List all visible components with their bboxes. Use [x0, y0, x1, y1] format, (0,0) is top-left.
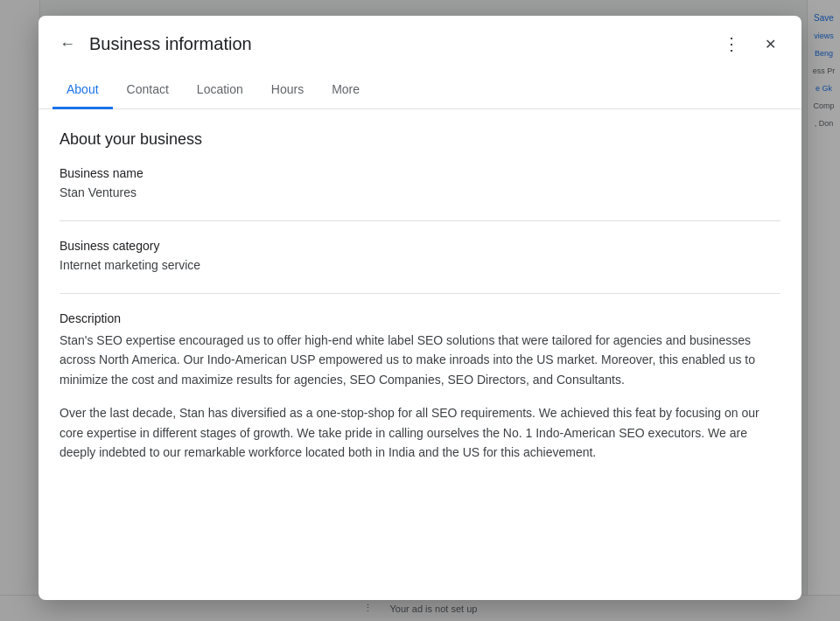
tab-location[interactable]: Location [183, 72, 257, 109]
modal-header: ← Business information ⋮ ✕ [38, 16, 802, 72]
section-title: About your business [60, 130, 780, 149]
description-group: Description Stan's SEO expertise encoura… [60, 311, 780, 462]
modal-body: About your business Business name Stan V… [38, 109, 802, 600]
header-actions: ⋮ ✕ [714, 26, 788, 61]
description-paragraph-1: Stan's SEO expertise encouraged us to of… [60, 331, 780, 389]
divider-1 [60, 220, 780, 221]
tab-more[interactable]: More [318, 72, 374, 109]
business-category-label: Business category [60, 239, 780, 253]
tab-about[interactable]: About [52, 72, 113, 109]
description-paragraph-2: Over the last decade, Stan has diversifi… [60, 403, 780, 462]
tabs-bar: About Contact Location Hours More [38, 72, 802, 109]
close-button[interactable]: ✕ [752, 26, 788, 61]
back-button[interactable]: ← [52, 28, 82, 60]
close-icon: ✕ [765, 36, 776, 52]
business-name-group: Business name Stan Ventures [60, 166, 780, 213]
business-category-value: Internet marketing service [60, 258, 780, 286]
tab-contact[interactable]: Contact [113, 72, 183, 109]
business-name-label: Business name [60, 166, 780, 180]
description-label: Description [60, 311, 780, 325]
more-vert-icon: ⋮ [723, 33, 740, 54]
business-category-group: Business category Internet marketing ser… [60, 239, 780, 286]
business-info-modal: ← Business information ⋮ ✕ About Contact… [38, 16, 802, 600]
divider-2 [60, 293, 780, 294]
back-icon: ← [60, 35, 75, 53]
more-options-button[interactable]: ⋮ [714, 26, 749, 61]
business-name-value: Stan Ventures [60, 185, 780, 213]
modal-title: Business information [89, 34, 714, 54]
tab-hours[interactable]: Hours [257, 72, 318, 109]
